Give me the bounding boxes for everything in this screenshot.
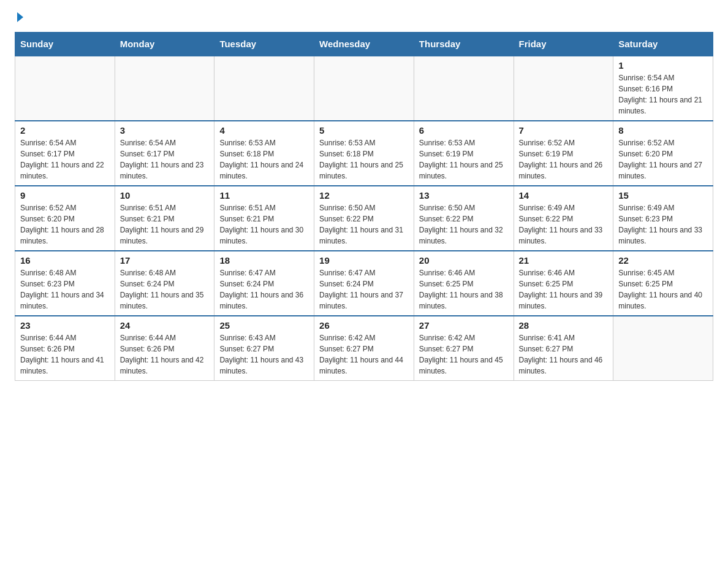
day-info: Sunrise: 6:51 AM Sunset: 6:21 PM Dayligh…: [120, 202, 210, 247]
day-number: 21: [519, 255, 609, 266]
calendar-cell: [314, 56, 414, 121]
day-info: Sunrise: 6:45 AM Sunset: 6:25 PM Dayligh…: [618, 267, 708, 312]
calendar-cell: 17Sunrise: 6:48 AM Sunset: 6:24 PM Dayli…: [115, 251, 214, 316]
calendar-cell: 2Sunrise: 6:54 AM Sunset: 6:17 PM Daylig…: [15, 121, 115, 186]
day-number: 1: [618, 60, 708, 71]
calendar-cell: [15, 56, 115, 121]
logo-blue-text: [15, 12, 23, 22]
day-number: 17: [120, 255, 210, 266]
calendar-cell: 25Sunrise: 6:43 AM Sunset: 6:27 PM Dayli…: [214, 316, 314, 381]
calendar-cell: 9Sunrise: 6:52 AM Sunset: 6:20 PM Daylig…: [15, 186, 115, 251]
page-header: [15, 12, 713, 22]
calendar-cell: 20Sunrise: 6:46 AM Sunset: 6:25 PM Dayli…: [414, 251, 514, 316]
day-number: 10: [120, 190, 210, 201]
day-number: 24: [120, 320, 210, 331]
calendar-cell: 5Sunrise: 6:53 AM Sunset: 6:18 PM Daylig…: [314, 121, 414, 186]
day-number: 22: [618, 255, 708, 266]
day-number: 2: [20, 125, 110, 136]
day-info: Sunrise: 6:53 AM Sunset: 6:18 PM Dayligh…: [219, 137, 309, 182]
day-info: Sunrise: 6:42 AM Sunset: 6:27 PM Dayligh…: [419, 332, 509, 377]
logo: [15, 12, 23, 22]
calendar-cell: 27Sunrise: 6:42 AM Sunset: 6:27 PM Dayli…: [414, 316, 514, 381]
day-number: 18: [219, 255, 309, 266]
calendar-cell: 3Sunrise: 6:54 AM Sunset: 6:17 PM Daylig…: [115, 121, 214, 186]
day-info: Sunrise: 6:44 AM Sunset: 6:26 PM Dayligh…: [20, 332, 110, 377]
calendar-cell: [115, 56, 214, 121]
calendar-week-row: 16Sunrise: 6:48 AM Sunset: 6:23 PM Dayli…: [15, 251, 713, 316]
day-number: 15: [618, 190, 708, 201]
day-info: Sunrise: 6:53 AM Sunset: 6:19 PM Dayligh…: [419, 137, 509, 182]
day-info: Sunrise: 6:54 AM Sunset: 6:16 PM Dayligh…: [618, 72, 708, 117]
day-number: 23: [20, 320, 110, 331]
day-info: Sunrise: 6:53 AM Sunset: 6:18 PM Dayligh…: [319, 137, 409, 182]
day-info: Sunrise: 6:41 AM Sunset: 6:27 PM Dayligh…: [519, 332, 609, 377]
calendar-week-row: 2Sunrise: 6:54 AM Sunset: 6:17 PM Daylig…: [15, 121, 713, 186]
calendar-cell: 12Sunrise: 6:50 AM Sunset: 6:22 PM Dayli…: [314, 186, 414, 251]
day-number: 28: [519, 320, 609, 331]
logo-arrow-icon: [17, 12, 23, 22]
calendar-cell: 6Sunrise: 6:53 AM Sunset: 6:19 PM Daylig…: [414, 121, 514, 186]
weekday-header-tuesday: Tuesday: [214, 33, 314, 56]
weekday-header-saturday: Saturday: [613, 33, 713, 56]
day-info: Sunrise: 6:47 AM Sunset: 6:24 PM Dayligh…: [319, 267, 409, 312]
day-number: 27: [419, 320, 509, 331]
day-number: 5: [319, 125, 409, 136]
day-info: Sunrise: 6:52 AM Sunset: 6:20 PM Dayligh…: [20, 202, 110, 247]
day-number: 4: [219, 125, 309, 136]
day-number: 7: [519, 125, 609, 136]
calendar-cell: [214, 56, 314, 121]
day-number: 13: [419, 190, 509, 201]
calendar-cell: 23Sunrise: 6:44 AM Sunset: 6:26 PM Dayli…: [15, 316, 115, 381]
calendar-week-row: 1Sunrise: 6:54 AM Sunset: 6:16 PM Daylig…: [15, 56, 713, 121]
day-info: Sunrise: 6:47 AM Sunset: 6:24 PM Dayligh…: [219, 267, 309, 312]
calendar-cell: 15Sunrise: 6:49 AM Sunset: 6:23 PM Dayli…: [613, 186, 713, 251]
day-info: Sunrise: 6:52 AM Sunset: 6:20 PM Dayligh…: [618, 137, 708, 182]
calendar-cell: 14Sunrise: 6:49 AM Sunset: 6:22 PM Dayli…: [514, 186, 613, 251]
day-info: Sunrise: 6:52 AM Sunset: 6:19 PM Dayligh…: [519, 137, 609, 182]
day-number: 8: [618, 125, 708, 136]
calendar-week-row: 23Sunrise: 6:44 AM Sunset: 6:26 PM Dayli…: [15, 316, 713, 381]
day-number: 3: [120, 125, 210, 136]
day-info: Sunrise: 6:49 AM Sunset: 6:23 PM Dayligh…: [618, 202, 708, 247]
day-info: Sunrise: 6:46 AM Sunset: 6:25 PM Dayligh…: [519, 267, 609, 312]
calendar-cell: 24Sunrise: 6:44 AM Sunset: 6:26 PM Dayli…: [115, 316, 214, 381]
weekday-header-monday: Monday: [115, 33, 214, 56]
calendar-cell: 10Sunrise: 6:51 AM Sunset: 6:21 PM Dayli…: [115, 186, 214, 251]
day-number: 16: [20, 255, 110, 266]
day-info: Sunrise: 6:44 AM Sunset: 6:26 PM Dayligh…: [120, 332, 210, 377]
calendar-cell: [414, 56, 514, 121]
day-number: 9: [20, 190, 110, 201]
day-info: Sunrise: 6:48 AM Sunset: 6:24 PM Dayligh…: [120, 267, 210, 312]
day-number: 11: [219, 190, 309, 201]
day-info: Sunrise: 6:48 AM Sunset: 6:23 PM Dayligh…: [20, 267, 110, 312]
day-number: 19: [319, 255, 409, 266]
calendar-cell: 7Sunrise: 6:52 AM Sunset: 6:19 PM Daylig…: [514, 121, 613, 186]
day-info: Sunrise: 6:42 AM Sunset: 6:27 PM Dayligh…: [319, 332, 409, 377]
calendar-cell: 22Sunrise: 6:45 AM Sunset: 6:25 PM Dayli…: [613, 251, 713, 316]
weekday-header-wednesday: Wednesday: [314, 33, 414, 56]
calendar-table: SundayMondayTuesdayWednesdayThursdayFrid…: [15, 32, 713, 381]
day-number: 12: [319, 190, 409, 201]
day-info: Sunrise: 6:46 AM Sunset: 6:25 PM Dayligh…: [419, 267, 509, 312]
calendar-cell: [514, 56, 613, 121]
day-info: Sunrise: 6:50 AM Sunset: 6:22 PM Dayligh…: [419, 202, 509, 247]
weekday-header-thursday: Thursday: [414, 33, 514, 56]
calendar-cell: 16Sunrise: 6:48 AM Sunset: 6:23 PM Dayli…: [15, 251, 115, 316]
calendar-week-row: 9Sunrise: 6:52 AM Sunset: 6:20 PM Daylig…: [15, 186, 713, 251]
day-number: 14: [519, 190, 609, 201]
calendar-cell: 11Sunrise: 6:51 AM Sunset: 6:21 PM Dayli…: [214, 186, 314, 251]
day-number: 6: [419, 125, 509, 136]
calendar-cell: 28Sunrise: 6:41 AM Sunset: 6:27 PM Dayli…: [514, 316, 613, 381]
calendar-cell: 13Sunrise: 6:50 AM Sunset: 6:22 PM Dayli…: [414, 186, 514, 251]
calendar-cell: 18Sunrise: 6:47 AM Sunset: 6:24 PM Dayli…: [214, 251, 314, 316]
calendar-cell: 26Sunrise: 6:42 AM Sunset: 6:27 PM Dayli…: [314, 316, 414, 381]
calendar-header-row: SundayMondayTuesdayWednesdayThursdayFrid…: [15, 33, 713, 56]
calendar-cell: 4Sunrise: 6:53 AM Sunset: 6:18 PM Daylig…: [214, 121, 314, 186]
calendar-cell: 8Sunrise: 6:52 AM Sunset: 6:20 PM Daylig…: [613, 121, 713, 186]
day-info: Sunrise: 6:50 AM Sunset: 6:22 PM Dayligh…: [319, 202, 409, 247]
day-info: Sunrise: 6:51 AM Sunset: 6:21 PM Dayligh…: [219, 202, 309, 247]
day-number: 26: [319, 320, 409, 331]
weekday-header-sunday: Sunday: [15, 33, 115, 56]
day-number: 20: [419, 255, 509, 266]
day-info: Sunrise: 6:54 AM Sunset: 6:17 PM Dayligh…: [120, 137, 210, 182]
